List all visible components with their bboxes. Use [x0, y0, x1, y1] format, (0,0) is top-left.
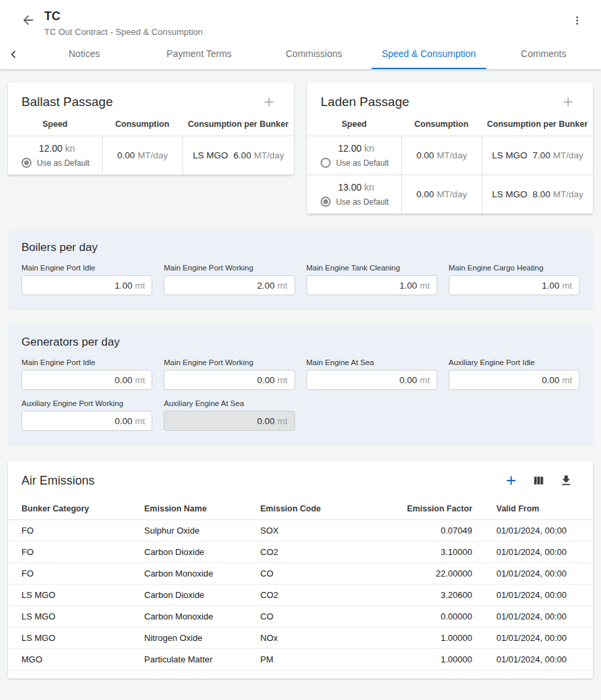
- bunker-category-cell[interactable]: FO: [21, 520, 144, 541]
- tabs-scroll-left-button[interactable]: [0, 40, 27, 69]
- emission-factor-cell[interactable]: 0.07049: [376, 520, 496, 541]
- emission-code-cell[interactable]: NOx: [260, 628, 376, 648]
- table-row[interactable]: MGO Particulate Matter PM 1.00000 01/01/…: [8, 649, 593, 670]
- table-row[interactable]: FO Carbon Monoxide CO 22.00000 01/01/202…: [8, 563, 593, 585]
- emission-factor-cell[interactable]: 3.10000: [376, 542, 496, 562]
- tab-commissions[interactable]: Commissions: [256, 40, 371, 69]
- bunker-category-cell[interactable]: MGO: [21, 649, 144, 670]
- field-unit: mt: [135, 281, 145, 291]
- field-label: Main Engine Port Working: [164, 264, 294, 272]
- bunker-category-cell[interactable]: LS MGO: [21, 606, 144, 627]
- emission-name-cell[interactable]: Carbon Monoxide: [144, 606, 260, 627]
- generators-section: Generators per day Main Engine Port Idle…: [8, 325, 593, 444]
- valid-from-cell[interactable]: 01/01/2024, 00:00: [496, 649, 593, 670]
- emission-factor-cell[interactable]: 0.00000: [376, 606, 496, 627]
- use-as-default-option[interactable]: Use as Default: [21, 158, 90, 168]
- table-row[interactable]: LS MGO Nitrogen Oxide NOx 1.00000 01/01/…: [8, 628, 593, 649]
- emission-name-cell[interactable]: Carbon Dioxide: [144, 585, 260, 605]
- emission-name-cell[interactable]: Particulate Matter: [144, 649, 260, 670]
- valid-from-cell[interactable]: 01/01/2024, 00:00: [496, 563, 593, 584]
- speed-unit: kn: [65, 143, 75, 154]
- valid-from-cell[interactable]: 01/01/2024, 00:00: [496, 585, 593, 605]
- tab-comments[interactable]: Comments: [486, 40, 601, 69]
- radio-icon[interactable]: [321, 158, 331, 168]
- consumption-cell[interactable]: 0.00 MT/day: [102, 136, 182, 174]
- use-as-default-option[interactable]: Use as Default: [321, 158, 389, 168]
- use-as-default-label: Use as Default: [336, 197, 389, 207]
- field-unit: mt: [278, 416, 288, 426]
- emission-factor-cell[interactable]: 3.20600: [376, 585, 496, 605]
- valid-from-cell[interactable]: 01/01/2024, 00:00: [496, 628, 593, 648]
- emission-code-cell[interactable]: CO: [260, 563, 376, 584]
- field-input[interactable]: 1.00 mt: [449, 275, 580, 295]
- emission-code-cell[interactable]: CO2: [260, 542, 376, 562]
- field-input[interactable]: 1.00 mt: [307, 275, 437, 295]
- consumption-unit: MT/day: [138, 150, 168, 160]
- bunker-category-cell[interactable]: FO: [21, 563, 144, 584]
- bunker-category-cell[interactable]: FO: [21, 542, 144, 562]
- emission-code-cell[interactable]: PM: [260, 649, 376, 670]
- back-button[interactable]: [17, 9, 39, 31]
- emission-factor-cell[interactable]: 1.00000: [376, 649, 496, 670]
- field-main-engine-port-idle: Main Engine Port Idle 0.00 mt: [21, 358, 152, 390]
- consumption-per-bunker-cell[interactable]: LS MGO 8.00 MT/day: [482, 175, 593, 213]
- field-value: 0.00: [542, 375, 559, 385]
- valid-from-cell[interactable]: 01/01/2024, 00:00: [496, 606, 593, 627]
- table-row[interactable]: LS MGO Carbon Monoxide CO 0.00000 01/01/…: [8, 606, 593, 628]
- field-input[interactable]: 0.00 mt: [164, 370, 294, 390]
- field-label: Main Engine Port Working: [164, 358, 294, 366]
- bunker-category-cell[interactable]: LS MGO: [21, 628, 144, 648]
- emission-name-cell[interactable]: Nitrogen Oxide: [144, 628, 260, 648]
- kebab-menu-button[interactable]: [566, 9, 588, 31]
- consumption-cell[interactable]: 0.00 MT/day: [401, 136, 482, 174]
- field-input[interactable]: 2.00 mt: [164, 275, 294, 295]
- table-row[interactable]: FO Sulphur Oxide SOX 0.07049 01/01/2024,…: [8, 520, 593, 542]
- add-laden-speed-button[interactable]: [561, 95, 576, 109]
- table-row[interactable]: LS MGO Carbon Dioxide CO2 3.20600 01/01/…: [8, 585, 593, 606]
- emission-code-cell[interactable]: CO: [260, 606, 376, 627]
- use-as-default-option[interactable]: Use as Default: [321, 197, 389, 207]
- valid-from-cell[interactable]: 01/01/2024, 00:00: [496, 520, 593, 541]
- column-header: Emission Factor: [376, 498, 496, 519]
- title-block: TC TC Out Contract - Speed & Consumption: [44, 8, 203, 37]
- field-input[interactable]: 0.00 mt: [21, 411, 152, 431]
- bunker-value: 8.00: [533, 189, 550, 199]
- speed-cell[interactable]: 13.00 kn Use as Default: [307, 175, 401, 213]
- speed-cell[interactable]: 12.00 kn Use as Default: [8, 136, 102, 174]
- field-label: Main Engine Port Idle: [21, 264, 152, 272]
- emission-name-cell[interactable]: Carbon Monoxide: [144, 563, 260, 584]
- tab-payment-terms[interactable]: Payment Terms: [142, 40, 256, 69]
- table-row[interactable]: FO Carbon Dioxide CO2 3.10000 01/01/2024…: [8, 542, 593, 563]
- add-emission-button[interactable]: [503, 472, 519, 489]
- radio-icon[interactable]: [21, 158, 32, 168]
- consumption-cell[interactable]: 0.00 MT/day: [401, 175, 482, 213]
- field-input[interactable]: 0.00 mt: [21, 370, 152, 390]
- emission-name-cell[interactable]: Carbon Dioxide: [144, 542, 260, 562]
- valid-from-cell[interactable]: 01/01/2024, 00:00: [496, 542, 593, 562]
- field-value: 0.00: [115, 375, 132, 385]
- radio-icon[interactable]: [321, 197, 331, 207]
- tab-speed-consumption[interactable]: Speed & Consumption: [372, 40, 486, 69]
- column-settings-button[interactable]: [531, 472, 547, 489]
- emission-code-cell[interactable]: CO2: [260, 585, 376, 605]
- emission-name-cell[interactable]: Sulphur Oxide: [144, 520, 260, 541]
- speed-value: 13.00: [338, 182, 362, 193]
- field-unit: mt: [278, 281, 288, 291]
- field-label: Auxiliary Engine Port Working: [21, 399, 152, 407]
- tab-notices[interactable]: Notices: [27, 40, 142, 69]
- speed-cell[interactable]: 12.00 kn Use as Default: [307, 136, 401, 174]
- field-input[interactable]: 0.00 mt: [449, 370, 580, 390]
- field-input[interactable]: 0.00 mt: [307, 370, 437, 390]
- consumption-per-bunker-cell[interactable]: LS MGO 6.00 MT/day: [182, 136, 294, 174]
- add-ballast-speed-button[interactable]: [262, 95, 276, 109]
- consumption-per-bunker-cell[interactable]: LS MGO 7.00 MT/day: [482, 136, 593, 174]
- emission-factor-cell[interactable]: 1.00000: [376, 628, 496, 648]
- section-title: Laden Passage: [321, 95, 409, 109]
- emission-code-cell[interactable]: SOX: [260, 520, 376, 541]
- bunker-category-cell[interactable]: LS MGO: [21, 585, 144, 605]
- consumption-unit: MT/day: [437, 189, 467, 199]
- field-input[interactable]: 1.00 mt: [21, 275, 152, 295]
- columns-icon: [532, 474, 545, 487]
- download-button[interactable]: [558, 472, 574, 489]
- emission-factor-cell[interactable]: 22.00000: [376, 563, 496, 584]
